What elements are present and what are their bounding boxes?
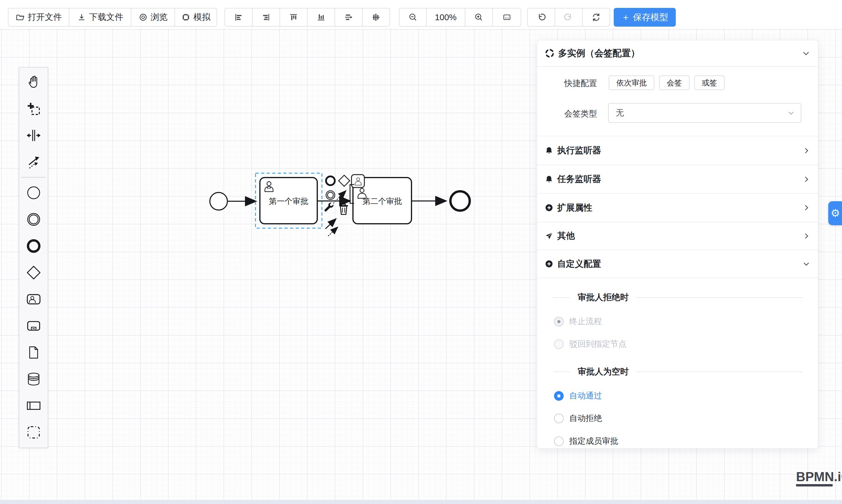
subprocess-icon bbox=[27, 319, 41, 333]
bell-icon bbox=[545, 175, 554, 184]
align-center-horizontal-button[interactable] bbox=[334, 8, 363, 26]
radio-return-to-node[interactable]: 驳回到指定节点 bbox=[554, 339, 627, 349]
create-start-event[interactable] bbox=[19, 179, 48, 206]
quick-option-countersign[interactable]: 会签 bbox=[659, 75, 689, 90]
append-gateway-icon[interactable] bbox=[339, 175, 350, 186]
settings-tab[interactable]: ⚙ bbox=[828, 201, 842, 225]
align-center-vertical-icon bbox=[371, 13, 381, 22]
create-participant[interactable] bbox=[19, 392, 48, 419]
section-custom-config[interactable]: 自定义配置 bbox=[537, 250, 818, 277]
bpmn-io-logo-underline bbox=[796, 484, 832, 486]
quick-config-label: 快捷配置 bbox=[564, 78, 597, 89]
bpmn-editor: 第一个审批 第二个审批 bbox=[0, 0, 842, 504]
simulate-button[interactable]: 模拟 bbox=[174, 8, 217, 26]
append-user-task-icon[interactable] bbox=[351, 175, 364, 187]
quick-option-orsign[interactable]: 或签 bbox=[694, 75, 725, 90]
radio-terminate-process[interactable]: 终止流程 bbox=[554, 316, 602, 327]
create-data-object[interactable] bbox=[19, 339, 48, 366]
open-file-label: 打开文件 bbox=[28, 12, 62, 23]
align-actions-group bbox=[225, 8, 390, 26]
create-gateway[interactable] bbox=[19, 259, 48, 286]
download-file-button[interactable]: 下载文件 bbox=[69, 8, 131, 26]
send-icon bbox=[545, 232, 554, 240]
intermediate-event-icon bbox=[27, 212, 41, 227]
sign-type-select[interactable]: 无 bbox=[608, 103, 801, 123]
radio-auto-pass[interactable]: 自动通过 bbox=[554, 390, 602, 401]
user-task-first[interactable]: 第一个审批 bbox=[260, 178, 317, 224]
eye-icon bbox=[138, 13, 148, 22]
section-other[interactable]: 其他 bbox=[537, 222, 818, 250]
section-label: 自定义配置 bbox=[557, 258, 601, 270]
plus-icon: ＋ bbox=[621, 12, 630, 23]
radio-label: 自动通过 bbox=[569, 390, 602, 401]
wrench-icon[interactable] bbox=[324, 203, 334, 212]
create-subprocess[interactable] bbox=[19, 312, 48, 339]
create-intermediate-event[interactable] bbox=[19, 206, 48, 233]
section-task-listener[interactable]: 任务监听器 bbox=[537, 165, 818, 193]
zoom-in-icon bbox=[474, 13, 484, 22]
hand-tool[interactable] bbox=[19, 69, 48, 95]
space-tool[interactable] bbox=[19, 122, 48, 149]
radio-icon bbox=[554, 436, 564, 446]
radio-icon bbox=[554, 414, 564, 423]
radio-icon bbox=[554, 391, 564, 401]
trash-icon[interactable] bbox=[339, 204, 348, 214]
user-task-icon bbox=[27, 292, 41, 307]
append-end-event-icon[interactable] bbox=[326, 176, 335, 185]
download-file-label: 下载文件 bbox=[89, 12, 123, 23]
save-model-button[interactable]: ＋ 保存模型 bbox=[614, 8, 676, 26]
divider bbox=[537, 277, 818, 278]
zoom-out-button[interactable] bbox=[399, 8, 427, 26]
create-group[interactable] bbox=[19, 419, 48, 446]
panel-header[interactable]: 多实例（会签配置） bbox=[537, 40, 818, 67]
data-store-icon bbox=[27, 372, 41, 386]
connect-dashed-tool-icon[interactable] bbox=[328, 228, 337, 236]
space-tool-icon bbox=[27, 128, 41, 143]
align-left-button[interactable] bbox=[225, 8, 252, 26]
data-object-icon bbox=[27, 345, 41, 360]
lasso-tool[interactable] bbox=[19, 95, 48, 122]
zoom-level: 100% bbox=[435, 13, 457, 22]
download-icon bbox=[77, 13, 86, 22]
file-actions-group: 打开文件 下载文件 浏览 模拟 bbox=[8, 8, 217, 26]
chevron-down-icon bbox=[802, 260, 810, 268]
section-label: 扩展属性 bbox=[557, 202, 592, 214]
section-extended-properties[interactable]: 扩展属性 bbox=[537, 193, 818, 222]
radio-icon bbox=[554, 317, 564, 326]
zoom-actions-group: 100% 1:1 bbox=[399, 8, 521, 26]
plus-circle-icon bbox=[545, 203, 554, 212]
undo-button[interactable] bbox=[527, 8, 555, 26]
align-bottom-button[interactable] bbox=[307, 8, 335, 26]
zoom-out-icon bbox=[408, 13, 418, 22]
align-top-button[interactable] bbox=[280, 8, 308, 26]
save-model-label: 保存模型 bbox=[633, 12, 668, 23]
preview-button[interactable]: 浏览 bbox=[131, 8, 175, 26]
global-connect-tool[interactable] bbox=[19, 149, 48, 175]
section-execution-listener[interactable]: 执行监听器 bbox=[537, 136, 818, 165]
quick-option-sequential[interactable]: 依次审批 bbox=[609, 75, 654, 90]
redo-button[interactable] bbox=[555, 8, 583, 26]
align-bottom-icon bbox=[316, 13, 326, 22]
start-event[interactable] bbox=[210, 193, 227, 210]
connect-tool-icon[interactable] bbox=[326, 219, 335, 229]
align-top-icon bbox=[289, 13, 298, 22]
radio-label: 终止流程 bbox=[569, 316, 602, 327]
create-user-task[interactable] bbox=[19, 286, 48, 312]
chevron-down-icon[interactable] bbox=[802, 49, 810, 58]
fit-viewport-button[interactable]: 1:1 bbox=[492, 8, 521, 26]
end-event[interactable] bbox=[451, 191, 470, 211]
zoom-level-button[interactable]: 100% bbox=[426, 8, 465, 26]
create-end-event[interactable] bbox=[19, 233, 48, 259]
align-center-vertical-button[interactable] bbox=[362, 8, 390, 26]
radio-designated-member[interactable]: 指定成员审批 bbox=[554, 435, 618, 447]
radio-auto-reject[interactable]: 自动拒绝 bbox=[554, 413, 602, 424]
bpmn-diagram: 第一个审批 第二个审批 bbox=[199, 140, 492, 263]
bpmn-io-logo[interactable]: BPMN.iO bbox=[796, 470, 842, 486]
zoom-in-button[interactable] bbox=[465, 8, 493, 26]
create-data-store[interactable] bbox=[19, 366, 48, 392]
refresh-button[interactable] bbox=[582, 8, 610, 26]
align-right-button[interactable] bbox=[252, 8, 280, 26]
open-file-button[interactable]: 打开文件 bbox=[8, 8, 69, 26]
append-intermediate-event-icon[interactable] bbox=[326, 191, 335, 199]
radio-label: 指定成员审批 bbox=[569, 435, 618, 447]
